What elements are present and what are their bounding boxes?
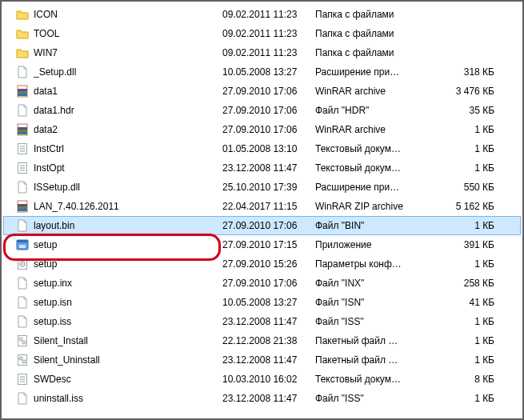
file-size: 1 КБ [422, 258, 498, 270]
file-size: 1 КБ [422, 143, 498, 154]
file-row[interactable]: Silent_Uninstall23.12.2008 11:47Пакетный… [3, 350, 521, 370]
file-row[interactable]: Silent_Install22.12.2008 21:38Пакетный ф… [3, 331, 521, 350]
file-date: 10.05.2008 13:27 [222, 297, 315, 308]
file-icon [16, 296, 29, 309]
file-row[interactable]: layout.bin27.09.2010 17:06Файл "BIN"1 КБ [3, 216, 521, 235]
file-type: Файл "HDR" [315, 105, 422, 116]
file-date: 27.09.2010 17:06 [222, 278, 315, 289]
cfg-icon [16, 258, 29, 270]
svg-rect-2 [18, 91, 27, 94]
file-name: LAN_7.40.126.2011 [34, 201, 222, 212]
file-size: 318 КБ [422, 66, 498, 78]
svg-rect-22 [19, 245, 26, 248]
exe-icon [16, 238, 29, 251]
file-size: 1 КБ [422, 316, 498, 327]
file-date: 22.12.2008 21:38 [222, 335, 315, 346]
file-type: Приложение [315, 239, 422, 250]
file-name: ISSetup.dll [34, 182, 222, 193]
file-size: 1 КБ [422, 220, 498, 231]
file-type: Параметры конф… [315, 258, 422, 270]
file-row[interactable]: setup.inx27.09.2010 17:06Файл "INX"258 К… [3, 274, 521, 293]
file-name: Silent_Install [34, 335, 222, 346]
file-size: 8 КБ [422, 374, 498, 385]
file-type: Файл "BIN" [315, 220, 422, 231]
file-icon [16, 104, 29, 117]
file-row[interactable]: data127.09.2010 17:06WinRAR archive3 476… [3, 82, 521, 101]
file-row[interactable]: _Setup.dll10.05.2008 13:27Расширение при… [3, 62, 521, 82]
file-row[interactable]: setup27.09.2010 17:15Приложение391 КБ [3, 235, 521, 254]
file-size: 1 КБ [422, 335, 498, 346]
file-size: 1 КБ [422, 354, 498, 366]
file-row[interactable]: InstCtrl01.05.2008 13:10Текстовый докум…… [3, 139, 521, 158]
file-icon [16, 315, 29, 328]
file-type: Расширение при… [315, 182, 422, 193]
file-name: uninstall.iss [34, 393, 222, 404]
file-name: ICON [34, 9, 222, 20]
file-row[interactable]: TOOL09.02.2011 11:23Папка с файлами [3, 24, 521, 43]
file-row[interactable]: ICON09.02.2011 11:23Папка с файлами [3, 5, 521, 24]
svg-rect-18 [18, 206, 27, 209]
bat-icon [16, 334, 29, 347]
file-row[interactable]: WIN709.02.2011 11:23Папка с файлами [3, 43, 521, 62]
file-list-pane: ICON09.02.2011 11:23Папка с файламиTOOL0… [0, 0, 524, 420]
file-type: Папка с файлами [315, 47, 422, 58]
file-list[interactable]: ICON09.02.2011 11:23Папка с файламиTOOL0… [3, 5, 521, 408]
file-name: setup [34, 239, 222, 250]
file-size: 391 КБ [422, 239, 498, 250]
file-size: 1 КБ [422, 393, 498, 404]
svg-rect-17 [18, 204, 27, 206]
file-name: WIN7 [34, 47, 222, 58]
file-size: 258 КБ [422, 278, 498, 289]
file-date: 10.03.2010 16:02 [222, 374, 315, 385]
file-row[interactable]: setup.iss23.12.2008 11:47Файл "ISS"1 КБ [3, 312, 521, 331]
file-row[interactable]: uninstall.iss23.12.2008 11:47Файл "ISS"1… [3, 389, 521, 408]
file-icon [16, 66, 29, 78]
file-date: 27.09.2010 17:06 [222, 124, 315, 135]
file-name: data2 [34, 124, 222, 135]
file-icon [16, 219, 29, 232]
file-date: 23.12.2008 11:47 [222, 162, 315, 174]
file-type: WinRAR ZIP archive [315, 201, 422, 212]
file-size: 3 476 КБ [422, 86, 498, 97]
file-date: 23.12.2008 11:47 [222, 316, 315, 327]
file-type: Файл "ISS" [315, 393, 422, 404]
file-icon [16, 392, 29, 405]
folder-icon [16, 8, 29, 21]
file-date: 09.02.2011 11:23 [222, 9, 315, 20]
file-name: data1.hdr [34, 105, 222, 116]
file-row[interactable]: data227.09.2010 17:06WinRAR archive1 КБ [3, 120, 521, 139]
svg-rect-1 [18, 89, 27, 91]
svg-rect-19 [18, 209, 27, 211]
file-name: SWDesc [34, 374, 222, 385]
file-row[interactable]: InstOpt23.12.2008 11:47Текстовый докум…1… [3, 158, 521, 178]
file-row[interactable]: setup27.09.2010 15:26Параметры конф…1 КБ [3, 254, 521, 274]
file-type: Текстовый докум… [315, 374, 422, 385]
file-date: 09.02.2011 11:23 [222, 47, 315, 58]
file-row[interactable]: data1.hdr27.09.2010 17:06Файл "HDR"35 КБ [3, 101, 521, 120]
file-type: Расширение при… [315, 66, 422, 78]
file-type: Файл "INX" [315, 278, 422, 289]
file-date: 27.09.2010 15:26 [222, 258, 315, 270]
file-size: 550 КБ [422, 182, 498, 193]
file-date: 27.09.2010 17:06 [222, 105, 315, 116]
file-date: 27.09.2010 17:06 [222, 220, 315, 231]
svg-rect-7 [18, 132, 27, 134]
txt-icon [16, 373, 29, 386]
file-row[interactable]: LAN_7.40.126.201122.04.2017 11:15WinRAR … [3, 197, 521, 216]
file-type: Файл "ISS" [315, 316, 422, 327]
file-date: 22.04.2017 11:15 [222, 201, 315, 212]
file-row[interactable]: setup.isn10.05.2008 13:27Файл "ISN"41 КБ [3, 293, 521, 312]
file-type: Папка с файлами [315, 9, 422, 20]
file-size: 41 КБ [422, 297, 498, 308]
file-name: setup.inx [34, 278, 222, 289]
file-date: 27.09.2010 17:15 [222, 239, 315, 250]
svg-rect-6 [18, 130, 27, 132]
file-size: 1 КБ [422, 162, 498, 174]
file-name: setup.isn [34, 297, 222, 308]
file-date: 25.10.2010 17:39 [222, 182, 315, 193]
file-name: data1 [34, 86, 222, 97]
svg-rect-3 [18, 94, 27, 96]
file-row[interactable]: SWDesc10.03.2010 16:02Текстовый докум…8 … [3, 370, 521, 389]
file-row[interactable]: ISSetup.dll25.10.2010 17:39Расширение пр… [3, 178, 521, 197]
file-type: Файл "ISN" [315, 297, 422, 308]
